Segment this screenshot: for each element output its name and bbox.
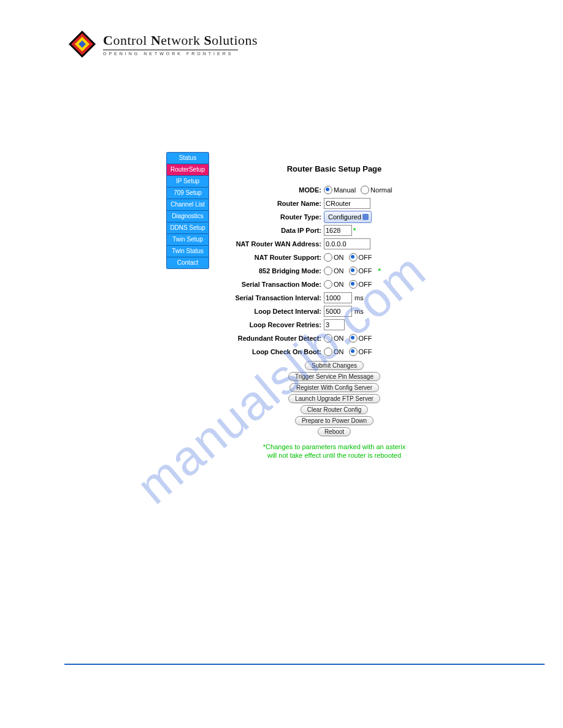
sidebar-item-contact[interactable]: Contact [167,257,209,268]
sidebar-item-status[interactable]: Status [167,153,209,164]
page-title: Router Basic Setup Page [227,164,442,173]
main-panel: Router Basic Setup Page MODE: Manual Nor… [227,164,442,460]
loop-boot-label: Loop Check On Boot: [227,348,324,355]
mode-normal-radio[interactable] [361,186,369,194]
loop-boot-on-label: ON [334,348,344,355]
footnote-line2: will not take effect until the router is… [267,452,401,459]
nat-support-label: NAT Router Support: [227,254,324,261]
clear-button[interactable]: Clear Router Config [301,405,368,414]
nat-support-on-label: ON [334,254,344,261]
launch-button[interactable]: Launch Upgrade FTP Server [288,394,380,403]
redundant-off-radio[interactable] [349,334,358,343]
asterisk-icon: * [378,267,381,275]
serial-mode-off-label: OFF [359,281,372,288]
nat-wan-label: NAT Router WAN Address: [227,240,324,248]
mode-label: MODE: [227,186,324,194]
sidebar-item-twinsetup[interactable]: Twin Setup [167,234,209,246]
brand-title: Control Network Solutions [103,32,258,48]
loop-boot-on-radio[interactable] [324,347,332,356]
bridge-off-radio[interactable] [349,267,358,275]
sidebar-item-diagnostics[interactable]: Diagnostics [167,211,209,222]
nat-support-off-label: OFF [359,254,372,261]
redundant-off-label: OFF [359,335,372,342]
serial-mode-on-label: ON [334,281,344,288]
loop-recover-label: Loop Recover Retries: [227,321,324,328]
sidebar-item-ipsetup[interactable]: IP Setup [167,176,209,188]
brand-header: Control Network Solutions OPENING NETWOR… [67,29,258,59]
sidebar-item-channellist[interactable]: Channel List [167,199,209,211]
sidebar-item-routersetup[interactable]: RouterSetup [167,164,209,176]
logo-icon [67,29,97,59]
bridge-off-label: OFF [359,267,372,275]
sidebar-item-twinstatus[interactable]: Twin Status [167,246,209,257]
data-ip-port-label: Data IP Port: [227,227,324,234]
nat-support-on-radio[interactable] [324,253,332,262]
router-type-value: Configured [328,213,361,221]
bridge-label: 852 Bridging Mode: [227,267,324,275]
router-name-input[interactable] [324,198,370,209]
sidebar-item-ddnssetup[interactable]: DDNS Setup [167,222,209,234]
bridge-on-radio[interactable] [324,267,332,275]
footer-rule [64,664,545,665]
bridge-on-label: ON [334,267,344,275]
redundant-on-radio[interactable] [324,334,332,343]
router-name-label: Router Name: [227,200,324,207]
loop-boot-off-label: OFF [359,348,372,355]
submit-button[interactable]: Submit Changes [305,361,364,370]
loop-detect-label: Loop Detect Interval: [227,308,324,315]
footnote: *Changes to parameters marked with an as… [227,442,442,460]
loop-boot-off-radio[interactable] [349,347,358,356]
router-type-select[interactable]: Configured [324,211,372,223]
nat-wan-input[interactable] [324,238,370,249]
asterisk-icon: * [353,227,356,234]
brand-tagline: OPENING NETWORK FRONTIERS [103,51,258,56]
footnote-line1: *Changes to parameters marked with an as… [263,443,405,450]
serial-interval-label: Serial Transaction Interval: [227,294,324,301]
prepare-button[interactable]: Prepare to Power Down [295,416,373,425]
mode-manual-radio[interactable] [324,186,332,194]
serial-mode-off-radio[interactable] [349,280,358,289]
brand-rule [103,50,238,50]
nat-support-off-radio[interactable] [349,253,358,262]
redundant-on-label: ON [334,335,344,342]
register-button[interactable]: Register With Config Server [289,383,379,392]
loop-recover-input[interactable] [324,319,345,330]
serial-mode-on-radio[interactable] [324,280,332,289]
serial-mode-label: Serial Transaction Mode: [227,281,324,288]
router-type-label: Router Type: [227,213,324,221]
sidebar: Status RouterSetup IP Setup 709 Setup Ch… [166,152,209,269]
sidebar-item-709setup[interactable]: 709 Setup [167,188,209,199]
redundant-label: Redundant Router Detect: [227,335,324,342]
mode-manual-label: Manual [334,186,356,194]
data-ip-port-input[interactable] [324,225,352,236]
serial-interval-input[interactable] [324,292,352,303]
mode-normal-label: Normal [370,186,392,194]
brand-text: Control Network Solutions OPENING NETWOR… [103,32,258,56]
loop-detect-input[interactable] [324,306,352,317]
trigger-button[interactable]: Trigger Service Pin Message [288,372,380,381]
loop-detect-unit: ms [354,308,364,315]
reboot-button[interactable]: Reboot [318,427,351,436]
serial-interval-unit: ms [354,294,364,301]
